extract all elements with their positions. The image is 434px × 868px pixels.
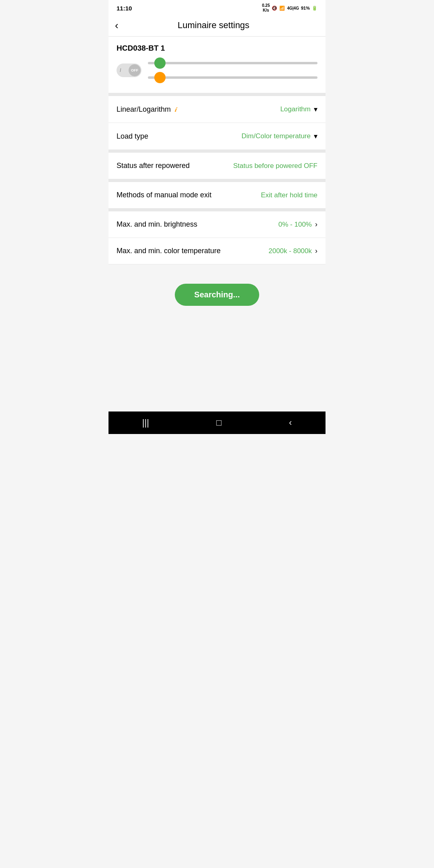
info-icon: 𝑖 bbox=[174, 106, 176, 113]
dropdown-chevron: ▾ bbox=[314, 105, 317, 114]
wifi-icon: 📶 bbox=[279, 6, 285, 11]
mute-icon: 🔇 bbox=[272, 6, 277, 11]
back-button[interactable]: ‹ bbox=[115, 20, 119, 31]
android-nav-bar: ||| □ ‹ bbox=[108, 411, 326, 434]
toggle-i-label: I bbox=[120, 68, 121, 73]
device-name: HCD038-BT 1 bbox=[117, 44, 317, 53]
brightness-thumb bbox=[154, 57, 166, 69]
bottom-area: Searching... bbox=[108, 264, 326, 411]
color-temp-thumb bbox=[154, 72, 166, 83]
load-type-value: Dim/Color temperature ▾ bbox=[242, 132, 317, 141]
linear-log-label: Linear/Logarithm 𝑖 bbox=[117, 105, 176, 114]
manual-mode-value: Exit after hold time bbox=[261, 191, 317, 199]
nav-back-icon[interactable]: ‹ bbox=[289, 418, 292, 428]
setting-row-linear-log[interactable]: Linear/Logarithm 𝑖 Logarithm ▾ bbox=[108, 96, 326, 123]
load-type-chevron: ▾ bbox=[314, 132, 317, 141]
setting-row-manual-mode[interactable]: Methods of manual mode exit Exit after h… bbox=[108, 182, 326, 211]
battery-icon: 🔋 bbox=[312, 6, 317, 11]
speed-icon: 0.25K/s bbox=[262, 3, 270, 13]
status-repowered-label: Status after repowered bbox=[117, 162, 190, 170]
status-bar: 11:10 0.25K/s 🔇 📶 4G|4G 91% 🔋 bbox=[108, 0, 326, 14]
toggle-knob: OFF bbox=[129, 64, 141, 76]
status-time: 11:10 bbox=[117, 5, 132, 12]
color-temp-arrow: › bbox=[315, 247, 317, 255]
signal-icon: 4G|4G bbox=[287, 6, 299, 10]
setting-row-brightness[interactable]: Max. and min. brightness 0% - 100% › bbox=[108, 211, 326, 238]
nav-home-icon[interactable]: □ bbox=[216, 418, 221, 428]
brightness-value: 0% - 100% › bbox=[278, 220, 317, 229]
brightness-control-row: I OFF bbox=[117, 59, 317, 82]
brightness-arrow: › bbox=[315, 220, 317, 229]
toggle-off-label: OFF bbox=[131, 68, 138, 72]
linear-log-value: Logarithm ▾ bbox=[280, 105, 317, 114]
device-section: HCD038-BT 1 I OFF bbox=[108, 37, 326, 96]
settings-section: Linear/Logarithm 𝑖 Logarithm ▾ Load type… bbox=[108, 96, 326, 264]
color-temp-slider[interactable] bbox=[148, 74, 317, 82]
header: ‹ Luminaire settings bbox=[108, 14, 326, 37]
color-temp-label: Max. and min. color temperature bbox=[117, 247, 221, 255]
brightness-label: Max. and min. brightness bbox=[117, 220, 197, 229]
power-toggle[interactable]: I OFF bbox=[117, 63, 141, 77]
setting-row-load-type[interactable]: Load type Dim/Color temperature ▾ bbox=[108, 123, 326, 153]
setting-row-color-temp[interactable]: Max. and min. color temperature 2000k - … bbox=[108, 238, 326, 264]
color-temp-value: 2000k - 8000k › bbox=[268, 247, 317, 255]
status-icons: 0.25K/s 🔇 📶 4G|4G 91% 🔋 bbox=[262, 3, 317, 13]
manual-mode-label: Methods of manual mode exit bbox=[117, 191, 211, 199]
brightness-slider[interactable] bbox=[148, 59, 317, 67]
setting-row-status-repowered[interactable]: Status after repowered Status before pow… bbox=[108, 153, 326, 182]
status-repowered-value: Status before powered OFF bbox=[233, 162, 317, 170]
nav-menu-icon[interactable]: ||| bbox=[142, 418, 149, 428]
searching-button[interactable]: Searching... bbox=[175, 284, 259, 306]
sliders-col bbox=[148, 59, 317, 82]
load-type-label: Load type bbox=[117, 132, 148, 141]
battery-text: 91% bbox=[301, 6, 310, 10]
page-title: Luminaire settings bbox=[123, 20, 304, 31]
